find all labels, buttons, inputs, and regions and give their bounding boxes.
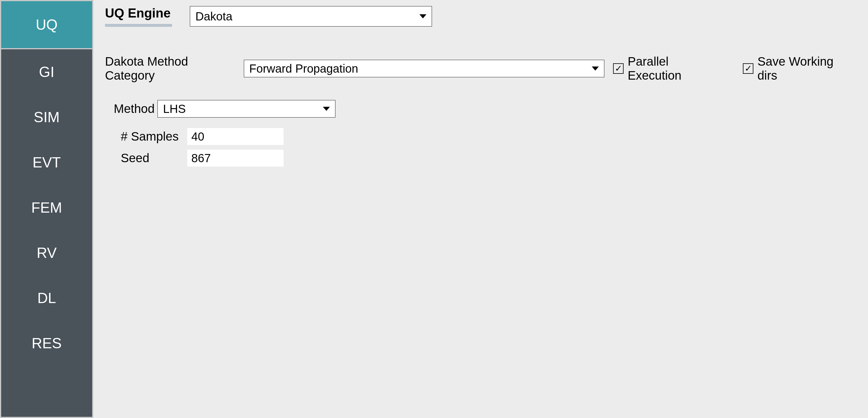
checkbox-box-icon: ✓	[613, 63, 624, 74]
sidebar-item-evt[interactable]: EVT	[1, 140, 92, 185]
save-working-dirs-label: Save Working dirs	[757, 55, 856, 83]
method-select[interactable]: LHS	[157, 100, 335, 118]
main-panel: UQ Engine Dakota Dakota Method Category …	[93, 0, 868, 418]
category-select[interactable]: Forward Propagation	[244, 60, 604, 77]
samples-label: # Samples	[121, 129, 187, 144]
checkbox-box-icon: ✓	[743, 63, 753, 74]
samples-input[interactable]	[187, 128, 283, 145]
sidebar-filler	[1, 366, 92, 417]
sidebar: UQ GI SIM EVT FEM RV DL RES	[0, 0, 93, 418]
parallel-execution-label: Parallel Execution	[628, 55, 725, 83]
title-underline	[105, 24, 172, 27]
sidebar-item-sim[interactable]: SIM	[1, 94, 92, 140]
save-working-dirs-checkbox[interactable]: ✓ Save Working dirs	[743, 55, 856, 83]
category-value: Forward Propagation	[249, 62, 359, 75]
chevron-down-icon	[592, 66, 599, 70]
uq-engine-value: Dakota	[195, 10, 232, 23]
parallel-execution-checkbox[interactable]: ✓ Parallel Execution	[613, 55, 725, 83]
uq-engine-title: UQ Engine	[105, 6, 179, 23]
seed-input[interactable]	[187, 150, 283, 167]
method-label: Method	[114, 102, 155, 116]
seed-label: Seed	[121, 151, 187, 165]
sidebar-item-gi[interactable]: GI	[1, 49, 92, 94]
method-value: LHS	[163, 102, 186, 116]
sidebar-item-uq[interactable]: UQ	[1, 1, 92, 49]
sidebar-item-dl[interactable]: DL	[1, 275, 92, 321]
chevron-down-icon	[420, 14, 426, 19]
sidebar-item-res[interactable]: RES	[1, 321, 92, 366]
sidebar-item-rv[interactable]: RV	[1, 230, 92, 275]
category-label: Dakota Method Category	[105, 55, 241, 83]
chevron-down-icon	[323, 107, 330, 111]
sidebar-item-fem[interactable]: FEM	[1, 185, 92, 230]
uq-engine-select[interactable]: Dakota	[190, 6, 432, 27]
